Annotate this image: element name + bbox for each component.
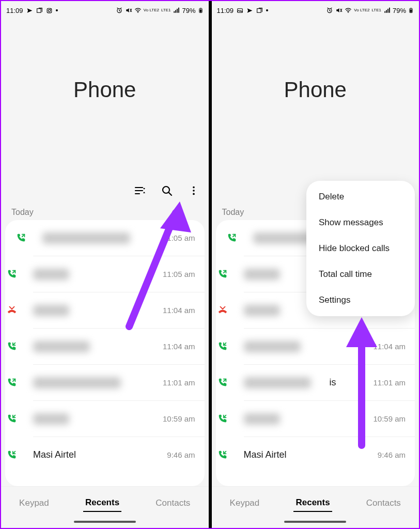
tab-recents[interactable]: Recents xyxy=(293,494,332,512)
multiwindow-icon xyxy=(36,7,43,14)
multiwindow-icon xyxy=(256,7,263,14)
page-title: Phone xyxy=(1,18,209,178)
call-list: 11:05 am 11:05 am 11:04 am 11:04 am xyxy=(5,220,205,486)
menu-hide-blocked[interactable]: Hide blocked calls xyxy=(306,236,415,261)
call-incoming-icon xyxy=(6,413,18,425)
gesture-bar xyxy=(212,520,419,528)
caller-name-blurred xyxy=(33,269,69,280)
alarm-icon xyxy=(326,7,333,14)
caller-name-blurred xyxy=(33,341,90,352)
overflow-menu: Delete Show messages Hide blocked calls … xyxy=(306,181,415,316)
call-row[interactable]: 11:04 am xyxy=(33,292,205,328)
caller-name-blurred xyxy=(33,305,69,316)
bottom-nav: Keypad Recents Contacts xyxy=(1,486,209,520)
filter-button[interactable] xyxy=(133,184,147,197)
caller-name: Masi Airtel xyxy=(33,449,167,460)
bottom-nav: Keypad Recents Contacts xyxy=(212,486,419,520)
status-bar: 11:09 Vo LTE2 LTE1 79% xyxy=(1,1,209,18)
call-time: 11:01 am xyxy=(163,378,195,387)
battery-pct: 79% xyxy=(393,7,406,14)
call-incoming-icon xyxy=(217,449,228,461)
caller-name-blurred xyxy=(42,232,130,244)
wifi-icon xyxy=(345,7,352,14)
caller-name-blurred xyxy=(33,377,121,388)
left-screenshot: 11:09 Vo LTE2 LTE1 79% Phone xyxy=(1,1,209,528)
call-outgoing-icon xyxy=(15,232,27,244)
battery-icon xyxy=(198,7,204,14)
menu-delete[interactable]: Delete xyxy=(306,184,415,210)
battery-icon xyxy=(408,7,414,14)
call-row[interactable]: 11:01 am xyxy=(33,364,205,400)
status-bar: 11:09 Vo LTE2 LTE1 79% xyxy=(212,1,419,18)
call-time: 11:04 am xyxy=(373,342,406,351)
call-time: 11:04 am xyxy=(163,306,195,315)
more-notifications-icon xyxy=(266,9,268,11)
menu-show-messages[interactable]: Show messages xyxy=(306,210,415,236)
caller-name-blurred xyxy=(244,341,301,352)
tab-recents[interactable]: Recents xyxy=(83,494,121,512)
call-time: 9:46 am xyxy=(167,450,195,459)
call-row[interactable]: is 11:01 am xyxy=(244,364,415,400)
menu-total-call-time[interactable]: Total call time xyxy=(306,261,415,287)
menu-settings[interactable]: Settings xyxy=(306,287,415,313)
battery-pct: 79% xyxy=(182,7,195,14)
telegram-icon xyxy=(26,7,33,14)
toolbar xyxy=(1,178,209,204)
call-missed-icon xyxy=(6,305,18,316)
call-outgoing-icon xyxy=(6,377,18,388)
caller-name-blurred xyxy=(33,413,69,425)
more-button[interactable] xyxy=(187,184,200,197)
call-time: 11:05 am xyxy=(163,234,195,242)
call-time: 9:46 am xyxy=(378,450,406,459)
signal-icon xyxy=(173,7,180,14)
search-button[interactable] xyxy=(160,184,174,197)
mute-icon xyxy=(125,7,132,14)
signal-icon xyxy=(383,7,391,14)
call-missed-icon xyxy=(217,305,228,316)
caller-name-partial: is xyxy=(330,377,374,388)
call-outgoing-icon xyxy=(6,269,18,280)
right-screenshot: 11:09 Vo LTE2 LTE1 79% Phone Today xyxy=(212,1,419,528)
call-incoming-icon xyxy=(6,341,18,352)
instagram-icon xyxy=(46,7,53,14)
caller-name-blurred xyxy=(244,413,280,425)
section-today: Today xyxy=(1,204,209,220)
gesture-bar xyxy=(1,520,209,528)
call-outgoing-icon xyxy=(226,232,238,244)
call-row[interactable]: 10:59 am xyxy=(33,400,205,437)
call-outgoing-icon xyxy=(217,269,228,280)
mute-icon xyxy=(335,7,343,14)
call-time: 11:01 am xyxy=(373,378,406,387)
caller-name-blurred xyxy=(244,377,311,388)
call-time: 11:04 am xyxy=(163,342,195,351)
call-incoming-icon xyxy=(217,341,228,352)
call-row[interactable]: Masi Airtel 9:46 am xyxy=(244,437,415,473)
wifi-icon xyxy=(134,7,142,14)
tab-keypad[interactable]: Keypad xyxy=(17,495,51,511)
alarm-icon xyxy=(116,7,123,14)
call-time: 10:59 am xyxy=(163,414,195,423)
call-row[interactable]: 11:05 am xyxy=(5,220,205,256)
status-time: 11:09 xyxy=(6,7,23,14)
call-row[interactable]: 11:04 am xyxy=(244,328,415,364)
lte-label: LTE1 xyxy=(371,8,381,12)
status-time: 11:09 xyxy=(217,7,234,14)
tab-keypad[interactable]: Keypad xyxy=(228,495,262,511)
call-row[interactable]: 10:59 am xyxy=(244,400,415,437)
caller-name-blurred xyxy=(244,269,280,280)
gallery-icon xyxy=(237,7,243,14)
call-outgoing-icon xyxy=(217,377,228,388)
call-incoming-icon xyxy=(6,449,18,461)
tab-contacts[interactable]: Contacts xyxy=(153,495,192,511)
volte-label: Vo LTE2 xyxy=(144,8,159,12)
caller-name-blurred xyxy=(244,305,280,316)
caller-name: Masi Airtel xyxy=(244,449,378,460)
more-notifications-icon xyxy=(56,9,58,11)
telegram-icon xyxy=(246,7,253,14)
call-time: 11:05 am xyxy=(163,270,195,278)
call-row[interactable]: Masi Airtel 9:46 am xyxy=(33,437,205,473)
call-incoming-icon xyxy=(217,413,228,425)
call-row[interactable]: 11:04 am xyxy=(33,328,205,364)
tab-contacts[interactable]: Contacts xyxy=(364,495,403,511)
call-row[interactable]: 11:05 am xyxy=(33,256,205,292)
